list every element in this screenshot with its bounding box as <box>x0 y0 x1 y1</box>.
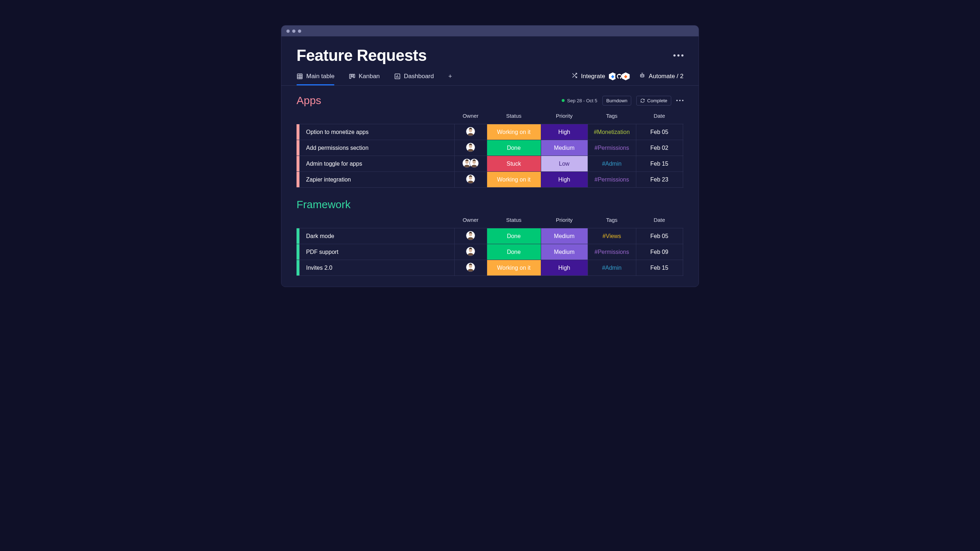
svg-rect-3 <box>353 74 355 78</box>
owner-avatars[interactable] <box>462 159 479 168</box>
table-row[interactable]: Option to monetize apps Working on it Hi… <box>296 124 684 140</box>
column-header-date[interactable]: Date <box>636 108 683 124</box>
tag-cell[interactable]: #Monetization <box>588 124 636 140</box>
status-cell[interactable]: Done <box>487 140 541 156</box>
group-table: OwnerStatusPriorityTagsDate+ Dark mode D… <box>296 212 684 276</box>
table-row[interactable]: Zapier integration Working on it High #P… <box>296 172 684 187</box>
integration-icons: ◆ ◆ <box>609 72 630 80</box>
date-cell[interactable]: Feb 09 <box>636 244 683 260</box>
table-row[interactable]: Invites 2.0 Working on it High #Admin Fe… <box>296 260 684 276</box>
column-header-date[interactable]: Date <box>636 212 683 228</box>
status-cell[interactable]: Done <box>487 228 541 244</box>
date-cell[interactable]: Feb 15 <box>636 260 683 276</box>
date-cell[interactable]: Feb 15 <box>636 156 683 172</box>
row-title[interactable]: PDF support <box>299 244 454 260</box>
group-date-range[interactable]: Sep 28 - Oct 5 <box>562 98 597 103</box>
row-title[interactable]: Option to monetize apps <box>299 124 454 140</box>
avatar <box>466 127 475 136</box>
column-header-priority[interactable]: Priority <box>541 212 588 228</box>
add-column-button[interactable]: + <box>683 212 684 228</box>
tabs-row: Main tableKanbanDashboard+ Integrate ◆ ◆ <box>282 68 698 86</box>
group-title[interactable]: Apps <box>296 94 321 106</box>
page-title: Feature Requests <box>296 46 426 65</box>
owner-avatars[interactable] <box>466 143 475 152</box>
tab-kanban[interactable]: Kanban <box>349 73 380 85</box>
avatar <box>469 159 479 168</box>
gitlab-icon: ◆ <box>622 72 630 80</box>
status-cell[interactable]: Working on it <box>487 260 541 276</box>
avatar <box>466 262 475 272</box>
shuffle-icon <box>571 72 578 80</box>
status-cell[interactable]: Stuck <box>487 156 541 172</box>
column-header-priority[interactable]: Priority <box>541 108 588 124</box>
content: Feature Requests Main tableKanbanDashboa… <box>282 37 698 276</box>
column-header-tags[interactable]: Tags <box>588 108 636 124</box>
status-cell[interactable]: Done <box>487 244 541 260</box>
owner-avatars[interactable] <box>466 174 475 184</box>
group-apps: Apps Sep 28 - Oct 5 Burndown Complete Ow… <box>296 94 684 187</box>
column-header-owner[interactable]: Owner <box>454 108 487 124</box>
avatar <box>466 247 475 256</box>
table-row[interactable]: Admin toggle for apps Stuck Low #Admin F… <box>296 156 684 172</box>
avatar <box>466 143 475 152</box>
automate-button[interactable]: Automate / 2 <box>639 72 684 80</box>
tabs-left: Main tableKanbanDashboard+ <box>296 73 452 85</box>
robot-icon <box>639 72 645 80</box>
column-header-status[interactable]: Status <box>487 108 541 124</box>
group-title[interactable]: Framework <box>296 198 350 211</box>
tag-cell[interactable]: #Views <box>588 228 636 244</box>
tag-cell[interactable]: #Permissions <box>588 172 636 187</box>
integrate-button[interactable]: Integrate ◆ ◆ <box>571 72 630 80</box>
priority-cell[interactable]: Medium <box>541 140 588 156</box>
tag-cell[interactable]: #Permissions <box>588 244 636 260</box>
table-row[interactable]: Dark mode Done Medium #Views Feb 05 <box>296 228 684 244</box>
group-more-button[interactable] <box>676 100 684 101</box>
date-cell[interactable]: Feb 05 <box>636 124 683 140</box>
date-cell[interactable]: Feb 05 <box>636 228 683 244</box>
priority-cell[interactable]: Low <box>541 156 588 172</box>
column-header-status[interactable]: Status <box>487 212 541 228</box>
priority-cell[interactable]: High <box>541 124 588 140</box>
table-row[interactable]: PDF support Done Medium #Permissions Feb… <box>296 244 684 260</box>
tabs-right: Integrate ◆ ◆ Automate / 2 <box>571 72 684 85</box>
status-cell[interactable]: Working on it <box>487 124 541 140</box>
dashboard-icon <box>394 73 401 79</box>
page-more-button[interactable] <box>673 54 684 57</box>
row-title[interactable]: Add permissions section <box>299 140 454 156</box>
owner-avatars[interactable] <box>466 262 475 272</box>
owner-avatars[interactable] <box>466 247 475 256</box>
status-cell[interactable]: Working on it <box>487 172 541 187</box>
groups-container: Apps Sep 28 - Oct 5 Burndown Complete Ow… <box>282 86 698 276</box>
group-table: OwnerStatusPriorityTagsDate+ Option to m… <box>296 108 684 187</box>
window-dot[interactable] <box>292 30 296 33</box>
add-view-button[interactable]: + <box>448 73 452 85</box>
kanban-icon <box>349 73 355 79</box>
row-title[interactable]: Invites 2.0 <box>299 260 454 276</box>
row-title[interactable]: Zapier integration <box>299 172 454 187</box>
priority-cell[interactable]: High <box>541 172 588 187</box>
burndown-button[interactable]: Burndown <box>602 96 632 105</box>
complete-button[interactable]: Complete <box>636 96 671 105</box>
window-titlebar <box>282 25 698 37</box>
row-title[interactable]: Dark mode <box>299 228 454 244</box>
priority-cell[interactable]: Medium <box>541 228 588 244</box>
column-header-owner[interactable]: Owner <box>454 212 487 228</box>
table-row[interactable]: Add permissions section Done Medium #Per… <box>296 140 684 156</box>
tag-cell[interactable]: #Permissions <box>588 140 636 156</box>
date-cell[interactable]: Feb 23 <box>636 172 683 187</box>
tab-dashboard[interactable]: Dashboard <box>394 73 434 85</box>
add-column-button[interactable]: + <box>683 108 684 124</box>
priority-cell[interactable]: Medium <box>541 244 588 260</box>
tag-cell[interactable]: #Admin <box>588 156 636 172</box>
row-title[interactable]: Admin toggle for apps <box>299 156 454 172</box>
priority-cell[interactable]: High <box>541 260 588 276</box>
window-dot[interactable] <box>286 30 290 33</box>
svg-rect-0 <box>297 74 302 79</box>
date-cell[interactable]: Feb 02 <box>636 140 683 156</box>
owner-avatars[interactable] <box>466 127 475 136</box>
tab-main-table[interactable]: Main table <box>296 73 334 85</box>
window-dot[interactable] <box>298 30 301 33</box>
column-header-tags[interactable]: Tags <box>588 212 636 228</box>
tag-cell[interactable]: #Admin <box>588 260 636 276</box>
owner-avatars[interactable] <box>466 231 475 240</box>
